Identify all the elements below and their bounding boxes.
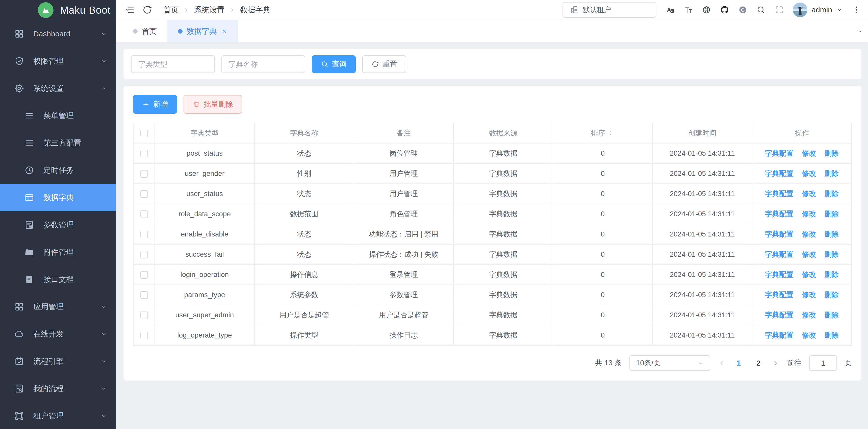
- user-menu[interactable]: admin: [793, 2, 843, 17]
- edit-link[interactable]: 修改: [802, 250, 816, 258]
- row-checkbox[interactable]: [141, 332, 148, 339]
- close-tab-icon[interactable]: [221, 28, 227, 35]
- delete-link[interactable]: 删除: [825, 270, 839, 279]
- cell-created: 2024-01-05 14:31:11: [653, 264, 752, 285]
- page-content: 查询 重置 新增 批量删除: [116, 42, 868, 429]
- edit-link[interactable]: 修改: [802, 170, 816, 177]
- next-page-button[interactable]: [772, 359, 779, 367]
- fullscreen-icon[interactable]: [775, 5, 784, 15]
- column-header: 字典名称: [254, 123, 354, 143]
- dict-config-link[interactable]: 字典配置: [765, 250, 793, 258]
- edit-link[interactable]: 修改: [802, 331, 816, 339]
- edit-link[interactable]: 修改: [802, 270, 816, 279]
- github-icon[interactable]: [720, 5, 729, 15]
- sidebar-item[interactable]: 租户管理: [0, 402, 116, 429]
- select-all-checkbox[interactable]: [141, 130, 148, 137]
- breadcrumb-item[interactable]: 系统设置: [194, 5, 224, 15]
- row-checkbox[interactable]: [141, 251, 148, 258]
- translate-icon[interactable]: [665, 5, 675, 15]
- delete-link[interactable]: 删除: [825, 291, 839, 298]
- dict-config-link[interactable]: 字典配置: [765, 331, 793, 339]
- globe-icon[interactable]: [702, 5, 711, 15]
- sidebar-item[interactable]: 定时任务: [0, 156, 116, 184]
- page-size-select[interactable]: 10条/页: [629, 355, 710, 371]
- sidebar-item[interactable]: 附件管理: [0, 238, 116, 266]
- sidebar-item[interactable]: 系统设置: [0, 75, 116, 102]
- clock-icon: [24, 165, 35, 176]
- dict-config-link[interactable]: 字典配置: [765, 149, 793, 157]
- app-logo[interactable]: Maku Boot: [0, 0, 116, 20]
- goto-page-input[interactable]: [809, 355, 837, 371]
- sidebar-item[interactable]: 权限管理: [0, 48, 116, 75]
- sort-icon[interactable]: [607, 130, 615, 137]
- sidebar-item[interactable]: 在线开发: [0, 320, 116, 348]
- row-checkbox[interactable]: [141, 231, 148, 238]
- dict-config-link[interactable]: 字典配置: [765, 270, 793, 279]
- delete-link[interactable]: 删除: [825, 331, 839, 339]
- edit-link[interactable]: 修改: [802, 210, 816, 218]
- row-checkbox[interactable]: [141, 150, 148, 158]
- delete-link[interactable]: 删除: [825, 230, 839, 238]
- delete-link[interactable]: 删除: [825, 311, 839, 319]
- chevron-down-icon: [857, 28, 863, 35]
- row-checkbox[interactable]: [141, 210, 148, 218]
- cell-remark: 岗位管理: [354, 143, 454, 164]
- delete-link[interactable]: 删除: [825, 250, 839, 258]
- dict-config-link[interactable]: 字典配置: [765, 190, 793, 198]
- page-number[interactable]: 1: [735, 359, 743, 367]
- sidebar-item[interactable]: 我的流程: [0, 375, 116, 402]
- delete-link[interactable]: 删除: [825, 170, 839, 177]
- frame-icon: [14, 410, 25, 422]
- sidebar-item[interactable]: 第三方配置: [0, 130, 116, 156]
- batch-delete-button[interactable]: 批量删除: [184, 95, 242, 114]
- sidebar-item[interactable]: 参数管理: [0, 211, 116, 238]
- dict-config-link[interactable]: 字典配置: [765, 311, 793, 319]
- row-checkbox[interactable]: [141, 271, 148, 279]
- table-row: success_fail 状态 操作状态：成功 | 失败 字典数据 0 2024…: [133, 244, 851, 264]
- list-icon: [24, 110, 35, 121]
- row-checkbox[interactable]: [141, 312, 148, 319]
- prev-page-button[interactable]: [718, 359, 725, 367]
- tab-actions-dropdown[interactable]: [851, 20, 868, 42]
- refresh-icon[interactable]: [142, 5, 152, 15]
- dict-config-link[interactable]: 字典配置: [765, 170, 793, 177]
- sidebar-item[interactable]: 流程引擎: [0, 348, 116, 375]
- edit-link[interactable]: 修改: [802, 291, 816, 298]
- column-header: 备注: [354, 123, 454, 143]
- dict-type-input[interactable]: [131, 55, 215, 73]
- delete-link[interactable]: 删除: [825, 210, 839, 218]
- user-name: admin: [811, 5, 832, 14]
- cell-dict-name: 状态: [254, 143, 354, 164]
- settings-dots-icon[interactable]: [852, 5, 861, 15]
- breadcrumb-item[interactable]: 首页: [163, 5, 179, 15]
- search-button[interactable]: 查询: [312, 55, 356, 73]
- tab[interactable]: 首页: [122, 20, 167, 42]
- sidebar-item[interactable]: 接口文档: [0, 266, 116, 293]
- font-size-icon[interactable]: [684, 5, 693, 15]
- dict-config-link[interactable]: 字典配置: [765, 210, 793, 218]
- dict-name-input[interactable]: [221, 55, 305, 73]
- reset-button[interactable]: 重置: [362, 55, 406, 73]
- row-checkbox[interactable]: [141, 170, 148, 178]
- edit-link[interactable]: 修改: [802, 149, 816, 157]
- add-button[interactable]: 新增: [133, 95, 177, 114]
- edit-link[interactable]: 修改: [802, 230, 816, 238]
- sidebar-item[interactable]: 应用管理: [0, 293, 116, 320]
- delete-link[interactable]: 删除: [825, 149, 839, 157]
- row-checkbox[interactable]: [141, 190, 148, 198]
- search-icon[interactable]: [756, 5, 766, 15]
- dict-config-link[interactable]: 字典配置: [765, 291, 793, 298]
- gitee-icon[interactable]: G: [738, 5, 747, 15]
- sidebar-item[interactable]: 数据字典: [0, 184, 116, 211]
- sidebar-item[interactable]: Dashboard: [0, 20, 116, 48]
- dict-config-link[interactable]: 字典配置: [765, 230, 793, 238]
- delete-link[interactable]: 删除: [825, 190, 839, 198]
- collapse-sidebar-icon[interactable]: [124, 5, 134, 15]
- sidebar-item[interactable]: 菜单管理: [0, 102, 116, 130]
- edit-link[interactable]: 修改: [802, 190, 816, 198]
- edit-link[interactable]: 修改: [802, 311, 816, 319]
- tenant-select[interactable]: 默认租户: [562, 2, 656, 18]
- tab[interactable]: 数据字典: [167, 20, 238, 42]
- page-number[interactable]: 2: [754, 359, 763, 367]
- row-checkbox[interactable]: [141, 291, 148, 299]
